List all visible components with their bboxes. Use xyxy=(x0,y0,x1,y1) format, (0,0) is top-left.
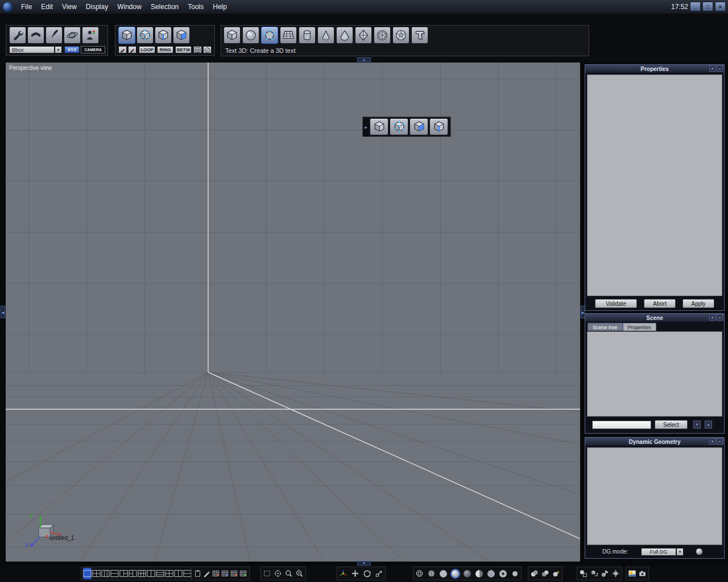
tab-scene-properties[interactable]: Properties xyxy=(623,323,656,331)
half-shade-mode-button[interactable] xyxy=(475,568,483,579)
scene-next-button[interactable]: ▲ xyxy=(705,421,712,429)
phone-tool-button[interactable] xyxy=(27,27,44,44)
close-button[interactable]: × xyxy=(715,2,726,11)
properties-collapse-button[interactable]: ▼ xyxy=(709,65,715,72)
app-logo-icon[interactable] xyxy=(3,2,13,12)
universal-manipulator-button[interactable] xyxy=(339,568,348,579)
dg-mode-dropdown[interactable]: Full DG xyxy=(641,548,676,556)
select-vertex-mode-button[interactable] xyxy=(136,27,154,44)
scene-select-button[interactable]: Select xyxy=(655,420,688,429)
top-splitter-handle[interactable]: ▲ xyxy=(357,57,371,62)
cut-tool-button[interactable] xyxy=(370,118,388,135)
grid-snap-red2-button[interactable] xyxy=(230,568,238,579)
move-button[interactable] xyxy=(351,568,359,579)
grid-snap-blue-button[interactable] xyxy=(221,568,229,579)
scale-button[interactable] xyxy=(375,568,383,579)
menu-tools[interactable]: Tools xyxy=(183,0,208,14)
maximize-button[interactable]: □ xyxy=(702,2,713,11)
bottom-splitter-handle[interactable]: ▼ xyxy=(357,561,371,566)
scene-panel-titlebar[interactable]: Scene ▼ × xyxy=(585,314,724,322)
wrench-tool-button[interactable] xyxy=(9,27,26,44)
layout-6pane-button[interactable] xyxy=(138,568,146,579)
cube-arrows-button[interactable] xyxy=(590,568,598,579)
camera-button[interactable]: CAMERA xyxy=(81,46,105,53)
primitive-cone-button[interactable] xyxy=(317,27,334,44)
dg-mode-dropdown-arrow[interactable]: ▼ xyxy=(676,548,684,556)
tool-sphere-button[interactable] xyxy=(601,568,609,579)
grid-shade-mode-button[interactable] xyxy=(427,568,436,579)
layout-3col-button[interactable] xyxy=(101,568,110,579)
menu-file[interactable]: File xyxy=(16,0,36,14)
spheres-pair-button[interactable] xyxy=(530,568,539,579)
dotted-mode-button[interactable] xyxy=(499,568,507,579)
orbit-tool-button[interactable] xyxy=(64,27,81,44)
slice-tool-button[interactable] xyxy=(390,118,408,135)
select-face-mode-button[interactable] xyxy=(173,27,190,44)
primitive-faceted-sphere-button[interactable] xyxy=(374,27,391,44)
minimize-button[interactable]: _ xyxy=(690,2,701,11)
perspective-viewport[interactable]: Perspective view Y Z x untitled_1 xyxy=(6,63,580,562)
dg-close-button[interactable]: × xyxy=(717,438,723,444)
scene-prev-button[interactable]: ▼ xyxy=(693,421,701,429)
xyz-button[interactable]: XYZ xyxy=(64,46,80,53)
target-button[interactable] xyxy=(274,568,282,579)
ring-button[interactable]: RING xyxy=(157,46,173,53)
grid-snap-green-button[interactable] xyxy=(239,568,247,579)
primitive-octahedron-button[interactable] xyxy=(355,27,372,44)
menu-edit[interactable]: Edit xyxy=(36,0,57,14)
duplicate-face-tool-button[interactable] xyxy=(429,118,448,135)
layout-3row-button[interactable] xyxy=(156,568,164,579)
primitive-geodesic-button[interactable] xyxy=(392,27,410,44)
primitive-cube-button[interactable] xyxy=(224,27,241,44)
render-preview-button[interactable] xyxy=(628,568,636,579)
primitive-polygon-button[interactable] xyxy=(261,27,278,44)
bbox-dropdown[interactable]: Bbox xyxy=(9,46,55,53)
dg-panel-titlebar[interactable]: Dynamic Geometry ▼ × xyxy=(585,438,724,446)
dg-collapse-button[interactable]: ▼ xyxy=(709,438,715,444)
select-edge-mode-button[interactable] xyxy=(155,27,172,44)
zoom-region-button[interactable] xyxy=(295,568,304,579)
menu-display[interactable]: Display xyxy=(81,0,113,14)
layout-2row-button[interactable] xyxy=(110,568,119,579)
dg-indicator-ball[interactable] xyxy=(696,548,703,555)
abort-button[interactable]: Abort xyxy=(644,299,676,308)
apply-button[interactable]: Apply xyxy=(682,299,714,308)
smooth-mode-button[interactable] xyxy=(451,568,460,579)
bbox-dropdown-arrow[interactable]: ▼ xyxy=(55,46,62,53)
layout-quad-button[interactable] xyxy=(92,568,101,579)
deselect-button[interactable] xyxy=(203,46,212,53)
wireframe-mode-button[interactable] xyxy=(415,568,424,579)
extract-face-tool-button[interactable] xyxy=(410,118,428,135)
floating-toolbar-handle[interactable]: ▶ xyxy=(363,117,369,136)
scene-tree-area[interactable] xyxy=(587,331,722,417)
zoom-button[interactable] xyxy=(284,568,293,579)
textured-mode-button[interactable] xyxy=(487,568,495,579)
layout-2col-button[interactable] xyxy=(147,568,155,579)
select-object-mode-button[interactable] xyxy=(118,27,135,44)
paint-select-alt-button[interactable] xyxy=(128,46,136,53)
properties-panel-titlebar[interactable]: Properties ▼ × xyxy=(585,65,724,73)
left-splitter-handle[interactable]: ◀ xyxy=(1,306,5,318)
knife-tool-button[interactable] xyxy=(46,27,63,44)
floating-toolbar[interactable]: ▶ xyxy=(362,117,451,137)
layout-2-1-button[interactable] xyxy=(129,568,137,579)
spheres-pair-alt-button[interactable] xyxy=(541,568,549,579)
primitive-cylinder-button[interactable] xyxy=(299,27,316,44)
menu-help[interactable]: Help xyxy=(208,0,231,14)
properties-close-button[interactable]: × xyxy=(717,65,723,72)
clipboard-button[interactable] xyxy=(193,568,202,579)
between-button[interactable]: BETW xyxy=(175,46,192,53)
avatar-tool-button[interactable] xyxy=(82,27,99,44)
tab-scene-tree[interactable]: Scene tree xyxy=(588,323,623,331)
menu-window[interactable]: Window xyxy=(113,0,146,14)
paint-select-button[interactable] xyxy=(118,46,127,53)
scene-collapse-button[interactable]: ▼ xyxy=(709,314,715,321)
menu-view[interactable]: View xyxy=(57,0,81,14)
pen-button[interactable] xyxy=(202,568,211,579)
primitive-capsule-button[interactable] xyxy=(336,27,353,44)
menu-selection[interactable]: Selection xyxy=(146,0,183,14)
sphere-shine-button[interactable] xyxy=(552,568,560,579)
layout-1-2-button[interactable] xyxy=(119,568,128,579)
layout-2row-alt-button[interactable] xyxy=(183,568,192,579)
sphere-move-button[interactable] xyxy=(611,568,620,579)
